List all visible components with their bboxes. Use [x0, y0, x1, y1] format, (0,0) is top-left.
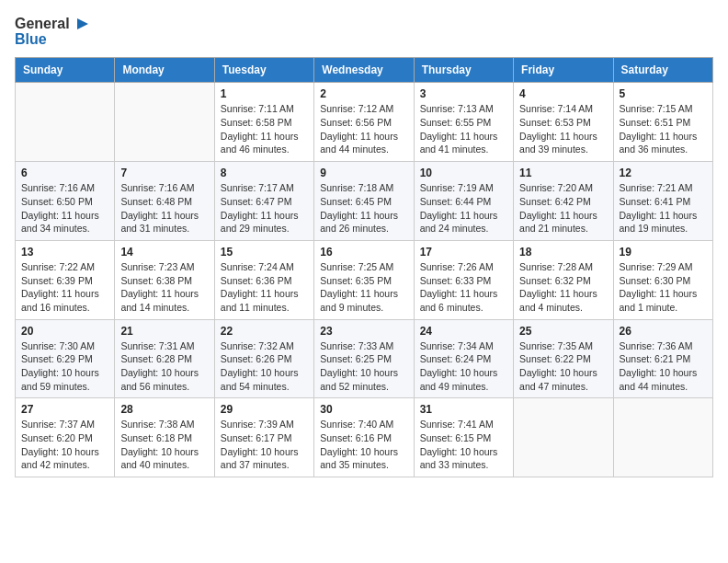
day-number: 6 — [21, 167, 108, 179]
day-info: Sunrise: 7:18 AM Sunset: 6:45 PM Dayligh… — [320, 181, 407, 236]
day-cell: 11Sunrise: 7:20 AM Sunset: 6:42 PM Dayli… — [514, 162, 613, 241]
day-info: Sunrise: 7:31 AM Sunset: 6:28 PM Dayligh… — [120, 339, 208, 394]
day-number: 28 — [120, 403, 208, 416]
day-header-friday: Friday — [514, 58, 613, 83]
day-cell: 31Sunrise: 7:41 AM Sunset: 6:15 PM Dayli… — [414, 398, 513, 477]
day-cell — [514, 398, 613, 477]
day-header-thursday: Thursday — [414, 58, 513, 83]
day-cell: 21Sunrise: 7:31 AM Sunset: 6:28 PM Dayli… — [115, 319, 214, 398]
day-number: 1 — [221, 87, 308, 100]
day-number: 30 — [320, 403, 407, 416]
day-cell: 10Sunrise: 7:19 AM Sunset: 6:44 PM Dayli… — [414, 162, 513, 241]
day-header-monday: Monday — [115, 58, 214, 83]
day-cell: 20Sunrise: 7:30 AM Sunset: 6:29 PM Dayli… — [16, 319, 115, 398]
day-number: 27 — [21, 403, 108, 416]
day-number: 31 — [420, 403, 507, 416]
day-number: 18 — [519, 246, 607, 259]
day-cell: 18Sunrise: 7:28 AM Sunset: 6:32 PM Dayli… — [514, 240, 613, 319]
day-cell: 13Sunrise: 7:22 AM Sunset: 6:39 PM Dayli… — [16, 240, 115, 319]
day-cell: 29Sunrise: 7:39 AM Sunset: 6:17 PM Dayli… — [214, 398, 313, 477]
day-info: Sunrise: 7:21 AM Sunset: 6:41 PM Dayligh… — [620, 181, 707, 236]
day-header-saturday: Saturday — [613, 58, 712, 83]
day-cell — [115, 83, 214, 162]
day-cell: 12Sunrise: 7:21 AM Sunset: 6:41 PM Dayli… — [613, 162, 712, 241]
day-cell: 19Sunrise: 7:29 AM Sunset: 6:30 PM Dayli… — [613, 240, 712, 319]
day-info: Sunrise: 7:22 AM Sunset: 6:39 PM Dayligh… — [21, 260, 108, 315]
day-cell — [16, 83, 115, 162]
day-header-wednesday: Wednesday — [314, 58, 414, 83]
day-cell: 3Sunrise: 7:13 AM Sunset: 6:55 PM Daylig… — [414, 83, 513, 162]
day-info: Sunrise: 7:36 AM Sunset: 6:21 PM Dayligh… — [620, 339, 707, 394]
day-number: 26 — [620, 325, 707, 338]
day-info: Sunrise: 7:13 AM Sunset: 6:55 PM Dayligh… — [420, 102, 507, 156]
day-info: Sunrise: 7:37 AM Sunset: 6:20 PM Dayligh… — [21, 418, 108, 472]
day-info: Sunrise: 7:11 AM Sunset: 6:58 PM Dayligh… — [221, 102, 308, 156]
day-info: Sunrise: 7:23 AM Sunset: 6:38 PM Dayligh… — [120, 260, 208, 315]
day-cell: 2Sunrise: 7:12 AM Sunset: 6:56 PM Daylig… — [314, 83, 414, 162]
day-number: 7 — [120, 167, 208, 179]
day-cell: 8Sunrise: 7:17 AM Sunset: 6:47 PM Daylig… — [214, 162, 313, 241]
day-info: Sunrise: 7:28 AM Sunset: 6:32 PM Dayligh… — [519, 260, 607, 315]
day-info: Sunrise: 7:29 AM Sunset: 6:30 PM Dayligh… — [620, 260, 707, 315]
day-cell: 30Sunrise: 7:40 AM Sunset: 6:16 PM Dayli… — [314, 398, 414, 477]
day-number: 21 — [120, 325, 208, 338]
day-number: 10 — [420, 167, 507, 179]
day-info: Sunrise: 7:15 AM Sunset: 6:51 PM Dayligh… — [620, 102, 707, 156]
day-cell: 5Sunrise: 7:15 AM Sunset: 6:51 PM Daylig… — [613, 83, 712, 162]
day-info: Sunrise: 7:12 AM Sunset: 6:56 PM Dayligh… — [320, 102, 407, 156]
day-number: 8 — [221, 167, 308, 179]
day-info: Sunrise: 7:26 AM Sunset: 6:33 PM Dayligh… — [420, 260, 507, 315]
day-cell: 14Sunrise: 7:23 AM Sunset: 6:38 PM Dayli… — [115, 240, 214, 319]
day-number: 3 — [420, 87, 507, 100]
week-row-4: 20Sunrise: 7:30 AM Sunset: 6:29 PM Dayli… — [16, 319, 713, 398]
day-number: 9 — [320, 167, 407, 179]
day-number: 12 — [620, 167, 707, 179]
logo-container: General Blue — [15, 15, 88, 48]
day-info: Sunrise: 7:33 AM Sunset: 6:25 PM Dayligh… — [320, 339, 407, 394]
svg-marker-0 — [77, 18, 88, 29]
day-cell: 27Sunrise: 7:37 AM Sunset: 6:20 PM Dayli… — [16, 398, 115, 477]
day-cell: 26Sunrise: 7:36 AM Sunset: 6:21 PM Dayli… — [613, 319, 712, 398]
logo-arrow-icon — [72, 16, 88, 32]
day-number: 2 — [320, 87, 407, 100]
day-info: Sunrise: 7:30 AM Sunset: 6:29 PM Dayligh… — [21, 339, 108, 394]
day-info: Sunrise: 7:19 AM Sunset: 6:44 PM Dayligh… — [420, 181, 507, 236]
week-row-5: 27Sunrise: 7:37 AM Sunset: 6:20 PM Dayli… — [16, 398, 713, 477]
day-info: Sunrise: 7:38 AM Sunset: 6:18 PM Dayligh… — [120, 418, 208, 472]
day-number: 5 — [620, 87, 707, 100]
day-info: Sunrise: 7:34 AM Sunset: 6:24 PM Dayligh… — [420, 339, 507, 394]
day-cell: 1Sunrise: 7:11 AM Sunset: 6:58 PM Daylig… — [214, 83, 313, 162]
day-number: 15 — [221, 246, 308, 259]
day-number: 4 — [519, 87, 607, 100]
day-cell: 4Sunrise: 7:14 AM Sunset: 6:53 PM Daylig… — [514, 83, 613, 162]
day-cell: 7Sunrise: 7:16 AM Sunset: 6:48 PM Daylig… — [115, 162, 214, 241]
day-cell: 22Sunrise: 7:32 AM Sunset: 6:26 PM Dayli… — [214, 319, 313, 398]
logo-blue: Blue — [15, 30, 88, 48]
day-number: 19 — [620, 246, 707, 259]
day-cell: 24Sunrise: 7:34 AM Sunset: 6:24 PM Dayli… — [414, 319, 513, 398]
day-number: 29 — [221, 403, 308, 416]
logo: General Blue — [15, 15, 88, 48]
day-info: Sunrise: 7:41 AM Sunset: 6:15 PM Dayligh… — [420, 418, 507, 472]
day-number: 16 — [320, 246, 407, 259]
day-info: Sunrise: 7:35 AM Sunset: 6:22 PM Dayligh… — [519, 339, 607, 394]
day-info: Sunrise: 7:16 AM Sunset: 6:48 PM Dayligh… — [120, 181, 208, 236]
day-cell: 15Sunrise: 7:24 AM Sunset: 6:36 PM Dayli… — [214, 240, 313, 319]
day-info: Sunrise: 7:32 AM Sunset: 6:26 PM Dayligh… — [221, 339, 308, 394]
day-cell: 9Sunrise: 7:18 AM Sunset: 6:45 PM Daylig… — [314, 162, 414, 241]
day-number: 14 — [120, 246, 208, 259]
day-number: 13 — [21, 246, 108, 259]
day-cell: 25Sunrise: 7:35 AM Sunset: 6:22 PM Dayli… — [514, 319, 613, 398]
week-row-1: 1Sunrise: 7:11 AM Sunset: 6:58 PM Daylig… — [16, 83, 713, 162]
day-cell: 28Sunrise: 7:38 AM Sunset: 6:18 PM Dayli… — [115, 398, 214, 477]
day-info: Sunrise: 7:17 AM Sunset: 6:47 PM Dayligh… — [221, 181, 308, 236]
week-row-3: 13Sunrise: 7:22 AM Sunset: 6:39 PM Dayli… — [16, 240, 713, 319]
day-number: 22 — [221, 325, 308, 338]
day-cell: 17Sunrise: 7:26 AM Sunset: 6:33 PM Dayli… — [414, 240, 513, 319]
day-number: 17 — [420, 246, 507, 259]
day-header-sunday: Sunday — [16, 58, 115, 83]
header: General Blue — [15, 15, 713, 48]
day-cell: 16Sunrise: 7:25 AM Sunset: 6:35 PM Dayli… — [314, 240, 414, 319]
day-info: Sunrise: 7:25 AM Sunset: 6:35 PM Dayligh… — [320, 260, 407, 315]
day-cell — [613, 398, 712, 477]
